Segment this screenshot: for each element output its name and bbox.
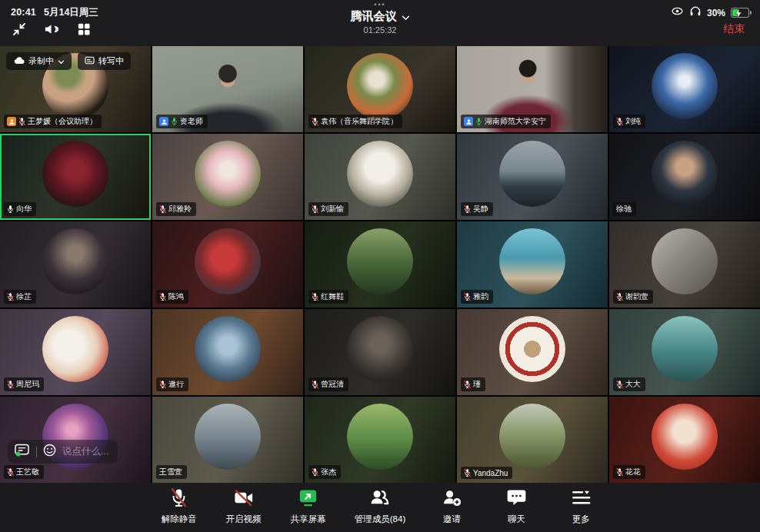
participant-tile[interactable]: 花花 xyxy=(609,397,760,483)
participant-nameplate: 曾冠清 xyxy=(308,377,348,391)
participant-avatar xyxy=(499,404,565,470)
participant-tile[interactable]: 瑾 xyxy=(457,309,608,395)
participant-nameplate: 徐芷 xyxy=(4,290,36,304)
participant-name: 曾冠清 xyxy=(321,379,344,390)
participant-name: 王艺敬 xyxy=(16,467,39,477)
privacy-eye-icon xyxy=(671,5,684,21)
toolbar-button-label: 更多 xyxy=(572,514,590,525)
participant-tile[interactable]: 刘纯 xyxy=(609,46,760,132)
mic-muted-icon xyxy=(464,292,471,301)
cam-off-icon xyxy=(233,487,254,511)
unmute-button[interactable]: 解除静音 xyxy=(161,487,198,525)
participant-avatar xyxy=(347,141,413,207)
participant-nameplate: 湖南师范大学安宁 xyxy=(461,115,551,128)
participant-nameplate: 袁伟（音乐舞蹈学院） xyxy=(308,115,402,128)
mic-muted-icon xyxy=(464,468,471,477)
participant-name: 邱雅羚 xyxy=(168,204,192,214)
mic-icon xyxy=(171,117,178,126)
participant-name: 花花 xyxy=(625,467,641,477)
participant-name: 吴静 xyxy=(473,204,488,214)
participant-name: 陈鸿 xyxy=(168,291,184,302)
participant-tile[interactable]: 张杰 xyxy=(305,397,455,483)
participant-tile[interactable]: 大大 xyxy=(609,309,760,395)
recording-pill[interactable]: 录制中 xyxy=(6,52,72,70)
chevron-down-icon xyxy=(58,57,65,66)
participant-tile[interactable]: YandaZhu xyxy=(457,397,608,483)
participant-tile[interactable]: 谢韵萱 xyxy=(609,221,760,308)
mic-muted-icon xyxy=(616,380,623,389)
mic-icon xyxy=(7,204,14,214)
participant-avatar xyxy=(195,404,261,470)
transcribe-pill[interactable]: 转写中 xyxy=(78,52,131,70)
meeting-app-window: 20:415月14日周三 ••• 腾讯会议 01:25:32 30% xyxy=(0,0,760,532)
participant-avatar xyxy=(42,228,108,294)
participant-tile[interactable]: 湖南师范大学安宁 xyxy=(457,46,608,132)
participant-name: 红舞鞋 xyxy=(321,291,344,302)
status-right: 30% xyxy=(671,5,749,21)
emoji-icon[interactable] xyxy=(43,444,56,460)
header-center: ••• 腾讯会议 01:25:32 xyxy=(0,2,760,35)
participant-tile[interactable]: 遨行 xyxy=(152,309,303,395)
transcribe-icon xyxy=(85,56,95,66)
participant-tile[interactable]: 徐驰 xyxy=(609,134,760,220)
more-icon xyxy=(571,487,592,511)
mic-icon xyxy=(475,117,482,126)
participant-name: 徐驰 xyxy=(616,204,632,214)
toolbar-button-label: 共享屏幕 xyxy=(291,514,326,525)
participant-nameplate: YandaZhu xyxy=(461,467,512,479)
participant-name: 徐芷 xyxy=(16,291,32,302)
participant-nameplate: 花花 xyxy=(613,465,645,479)
participant-avatar xyxy=(652,404,718,470)
participant-avatar xyxy=(195,316,261,382)
participant-tile[interactable]: 王雪萱 xyxy=(152,397,303,483)
more-button[interactable]: 更多 xyxy=(562,487,599,525)
chat-button[interactable]: 聊天 xyxy=(498,487,535,525)
participant-tile[interactable]: 红舞鞋 xyxy=(305,221,455,308)
participant-tile[interactable]: 雅韵 xyxy=(457,221,608,308)
mic-muted-icon xyxy=(159,204,166,214)
participant-tile[interactable]: 徐芷 xyxy=(0,221,151,308)
participant-nameplate: 刘新愉 xyxy=(308,202,348,216)
start-video-button[interactable]: 开启视频 xyxy=(225,487,262,525)
participant-tile[interactable]: 袁伟（音乐舞蹈学院） xyxy=(305,46,455,132)
share-screen-button[interactable]: 共享屏幕 xyxy=(290,487,327,525)
participant-name: YandaZhu xyxy=(473,469,508,477)
chat-panel-toggle-icon[interactable] xyxy=(14,444,30,460)
mic-muted-icon xyxy=(464,380,471,389)
participant-avatar xyxy=(652,141,718,207)
battery-charging-icon xyxy=(731,8,749,18)
participant-tile[interactable]: 邱雅羚 xyxy=(152,134,303,220)
bottom-toolbar: 解除静音 开启视频 共享屏幕 管理成员(84) 邀请 聊天 更多 xyxy=(0,483,760,532)
participant-avatar xyxy=(499,228,565,294)
participant-tile[interactable]: 资老师 xyxy=(152,46,303,132)
divider xyxy=(36,447,37,457)
manage-members-button[interactable]: 管理成员(84) xyxy=(355,487,405,525)
invite-button[interactable]: 邀请 xyxy=(433,487,470,525)
member-badge xyxy=(464,117,473,126)
participant-name: 大大 xyxy=(625,379,641,390)
participant-nameplate: 红舞鞋 xyxy=(308,290,348,304)
mic-muted-icon xyxy=(7,467,14,477)
participant-tile[interactable]: 向华 xyxy=(0,134,151,220)
participant-name: 周尼玛 xyxy=(16,379,39,390)
headphones-icon xyxy=(689,5,702,20)
participant-avatar xyxy=(347,228,413,294)
chat-quick-bar[interactable]: 说点什么... xyxy=(8,440,118,464)
participant-name: 瑾 xyxy=(473,379,481,390)
participant-tile[interactable]: 曾冠清 xyxy=(305,309,455,395)
participant-avatar xyxy=(42,141,108,207)
participant-tile[interactable]: 吴静 xyxy=(457,134,608,220)
toolbar-button-label: 聊天 xyxy=(508,514,525,525)
chat-icon xyxy=(506,487,527,511)
participant-nameplate: 瑾 xyxy=(461,377,485,391)
chat-input-placeholder[interactable]: 说点什么... xyxy=(62,445,108,458)
participant-name: 湖南师范大学安宁 xyxy=(485,116,546,127)
participant-tile[interactable]: 陈鸿 xyxy=(152,221,303,308)
meeting-title-row[interactable]: 腾讯会议 xyxy=(0,9,760,24)
participant-tile[interactable]: 周尼玛 xyxy=(0,309,151,395)
participant-tile[interactable]: 刘新愉 xyxy=(305,134,455,220)
end-meeting-button[interactable]: 结束 xyxy=(723,22,745,36)
share-screen-icon xyxy=(298,487,318,511)
participant-avatar xyxy=(652,228,718,294)
mic-muted-icon xyxy=(616,117,623,126)
